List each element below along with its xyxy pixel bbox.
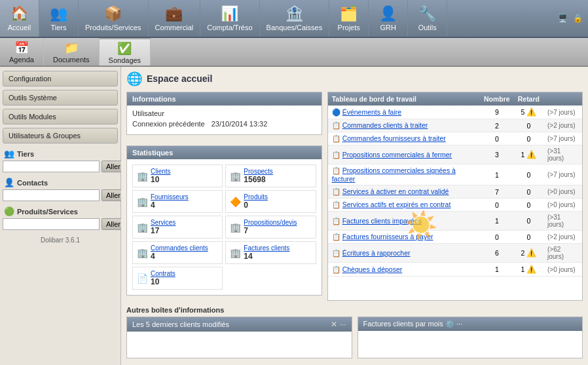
second-nav-icon-documents: 📁 bbox=[64, 41, 79, 55]
dash-cell-nombre-8: 0 bbox=[480, 231, 514, 244]
dashboard-col-retard: Retard bbox=[514, 92, 543, 106]
panel-close-derniers-clients[interactable]: ✕ ··· bbox=[331, 320, 346, 329]
sidebar-input-contacts[interactable] bbox=[3, 189, 100, 201]
sidebar-btn-outils-systeme[interactable]: Outils Système bbox=[3, 90, 118, 106]
stat-label-produits: Produits bbox=[244, 193, 268, 201]
panel-box-factures-mois: Factures clients par mois ⚙️ ··· bbox=[358, 317, 583, 358]
dash-row-label-10[interactable]: Chèques à déposer bbox=[342, 265, 403, 273]
dash-row-label-8[interactable]: Factures fournisseurs à payer bbox=[342, 233, 433, 240]
dash-row-icon-3: 📋 bbox=[332, 151, 340, 159]
stat-label-factures: Factures clients bbox=[244, 244, 289, 252]
sidebar-version: Dolibarr 3.6.1 bbox=[3, 237, 118, 244]
stat-item-fournisseurs[interactable]: 🏢 Fournisseurs 4 bbox=[132, 190, 223, 213]
nav-icon-produits: 📦 bbox=[104, 5, 122, 22]
second-nav-item-agenda[interactable]: 📅Agenda bbox=[0, 38, 44, 66]
top-nav-item-banques[interactable]: 🏦Banques/Caisses bbox=[260, 0, 330, 37]
panel-header-derniers-clients: Les 5 derniers clients modifiés ✕ ··· bbox=[127, 317, 352, 332]
sidebar-section-label-produits: Produits/Services bbox=[17, 208, 78, 216]
sidebar-input-row-tiers: Aller bbox=[3, 161, 118, 172]
stat-content-services: Services 17 bbox=[151, 219, 175, 235]
stat-label-fournisseurs: Fournisseurs bbox=[151, 193, 189, 201]
dash-cell-retard-0: 5 ⚠️ bbox=[514, 106, 543, 119]
stat-content-fournisseurs: Fournisseurs 4 bbox=[151, 193, 189, 210]
stat-icon-propositions: 🏢 bbox=[230, 222, 241, 233]
second-nav-icon-agenda: 📅 bbox=[14, 41, 29, 55]
dash-cell-nombre-2: 0 bbox=[480, 132, 514, 145]
dash-cell-nombre-4: 1 bbox=[480, 164, 514, 185]
top-nav-item-produits[interactable]: 📦Produits/Services bbox=[79, 0, 149, 37]
top-nav-item-accueil[interactable]: 🏠Accueil bbox=[0, 0, 39, 37]
stat-item-produits[interactable]: 🔶 Produits 0 bbox=[225, 190, 316, 213]
dash-row-label-7[interactable]: Factures clients impayées bbox=[342, 217, 422, 225]
top-nav-item-commercial[interactable]: 💼Commercial bbox=[149, 0, 201, 37]
stat-label-clients: Clients bbox=[151, 168, 171, 175]
stat-value-propositions: 7 bbox=[244, 226, 297, 235]
dash-row-label-4[interactable]: Propositions commerciales signées à fact… bbox=[332, 166, 456, 183]
stat-item-propositions[interactable]: 🏢 Propositions/devis 7 bbox=[225, 216, 316, 239]
second-nav-item-sondages[interactable]: ✅Sondages bbox=[100, 38, 151, 66]
top-nav-item-outils[interactable]: 🔧Outils bbox=[408, 0, 447, 37]
dash-cell-delay-10: (>0 jours) bbox=[543, 263, 582, 277]
sidebar-btn-configuration[interactable]: Configuration bbox=[3, 71, 118, 86]
nav-icon-compta: 📊 bbox=[221, 5, 238, 22]
dashboard-table: Tableau de bord de travail Nombre Retard… bbox=[328, 92, 582, 277]
top-nav-item-projets[interactable]: 🗂️Projets bbox=[329, 0, 369, 37]
second-nav-item-documents[interactable]: 📁Documents bbox=[44, 38, 100, 66]
stat-content-propositions: Propositions/devis 7 bbox=[244, 219, 297, 235]
top-nav-item-grh[interactable]: 👤GRH bbox=[369, 0, 408, 37]
dashboard-row-4: 📋 Propositions commerciales signées à fa… bbox=[328, 164, 582, 185]
dash-cell-delay-9: (>62 jours) bbox=[543, 244, 582, 263]
bottom-panels-row: Les 5 derniers clients modifiés ✕ ··· Fa… bbox=[126, 317, 583, 358]
lock-icon[interactable]: 🔒 bbox=[573, 14, 583, 23]
dash-row-icon-2: 📋 bbox=[332, 134, 340, 142]
informations-body: Utilisateur Connexion précédente 23/10/2… bbox=[127, 106, 322, 134]
top-nav-item-compta[interactable]: 📊Compta/Tréso bbox=[200, 0, 259, 37]
dash-cell-retard-1: 0 bbox=[514, 119, 543, 132]
dashboard-box: Tableau de bord de travail Nombre Retard… bbox=[327, 92, 583, 301]
panel-menu-icon-factures-mois[interactable]: ··· bbox=[456, 320, 462, 328]
dashboard-row-1: 📋 Commandes clients à traiter 2 0 (>2 jo… bbox=[328, 119, 582, 132]
stat-item-services[interactable]: 🏢 Services 17 bbox=[132, 216, 223, 239]
dash-cell-delay-3: (>31 jours) bbox=[543, 145, 582, 164]
monitor-icon[interactable]: 🖥️ bbox=[558, 14, 568, 23]
stat-content-prospects: Prospects 15698 bbox=[244, 168, 272, 184]
sidebar-btn-outils-modules[interactable]: Outils Modules bbox=[3, 109, 118, 125]
top-nav-item-tiers[interactable]: 👥Tiers bbox=[39, 0, 79, 37]
dash-row-label-5[interactable]: Services à activer en contrat validé bbox=[342, 187, 449, 195]
sidebar-input-tiers[interactable] bbox=[3, 161, 100, 172]
dash-cell-retard-2: 0 bbox=[514, 132, 543, 145]
dashboard-col-nombre: Nombre bbox=[480, 92, 514, 106]
stat-item-clients[interactable]: 🏢 Clients 10 bbox=[132, 164, 223, 187]
top-nav-items: 🏠Accueil👥Tiers📦Produits/Services💼Commerc… bbox=[0, 0, 447, 37]
dash-cell-nombre-6: 0 bbox=[480, 199, 514, 212]
dash-cell-retard-3: 1 ⚠️ bbox=[514, 145, 543, 164]
second-nav-items: 📅Agenda📁Documents✅Sondages bbox=[0, 38, 151, 66]
nav-label-accueil: Accueil bbox=[8, 24, 31, 31]
sidebar-input-produits[interactable] bbox=[3, 218, 100, 230]
stat-item-contrats[interactable]: 📄 Contrats 10 bbox=[132, 267, 223, 290]
sidebar-section-tiers: 👥 Tiers Aller bbox=[3, 149, 118, 172]
dash-row-label-3[interactable]: Propositions commerciales à fermer bbox=[342, 151, 452, 159]
sidebar-section-title-contacts: 👤 Contacts bbox=[3, 178, 118, 187]
panel-filter-icon-factures-mois[interactable]: ⚙️ bbox=[445, 320, 454, 328]
dash-row-label-0[interactable]: Événements à faire bbox=[342, 108, 401, 116]
stat-value-services: 17 bbox=[151, 226, 175, 235]
dash-row-label-1[interactable]: Commandes clients à traiter bbox=[342, 121, 428, 129]
dash-cell-retard-8: 0 bbox=[514, 231, 543, 244]
dash-cell-label-2: 📋 Commandes fournisseurs à traiter bbox=[328, 132, 480, 145]
dash-cell-delay-2: (>7 jours) bbox=[543, 132, 582, 145]
dash-row-label-9[interactable]: Écritures à rapprocher bbox=[342, 249, 411, 257]
sidebar-btn-utilisateurs[interactable]: Utilisateurs & Groupes bbox=[3, 128, 118, 144]
stat-content-factures: Factures clients 14 bbox=[244, 244, 289, 261]
dash-row-label-2[interactable]: Commandes fournisseurs à traiter bbox=[342, 134, 446, 142]
dash-cell-retard-5: 0 bbox=[514, 185, 543, 199]
stat-item-factures[interactable]: 🏢 Factures clients 14 bbox=[225, 241, 316, 264]
dash-cell-label-8: 📋 Factures fournisseurs à payer bbox=[328, 231, 480, 244]
dash-row-label-6[interactable]: Services actifs et expirés en contrat bbox=[342, 201, 451, 208]
sidebar-section-icon-contacts: 👤 bbox=[4, 178, 14, 187]
stat-item-prospects[interactable]: 🏢 Prospects 15698 bbox=[225, 164, 316, 187]
nav-label-grh: GRH bbox=[380, 24, 395, 31]
stat-content-clients: Clients 10 bbox=[151, 168, 171, 184]
second-nav-label-sondages: Sondages bbox=[109, 56, 141, 64]
stat-item-commandes[interactable]: 🏢 Commandes clients 4 bbox=[132, 241, 223, 264]
